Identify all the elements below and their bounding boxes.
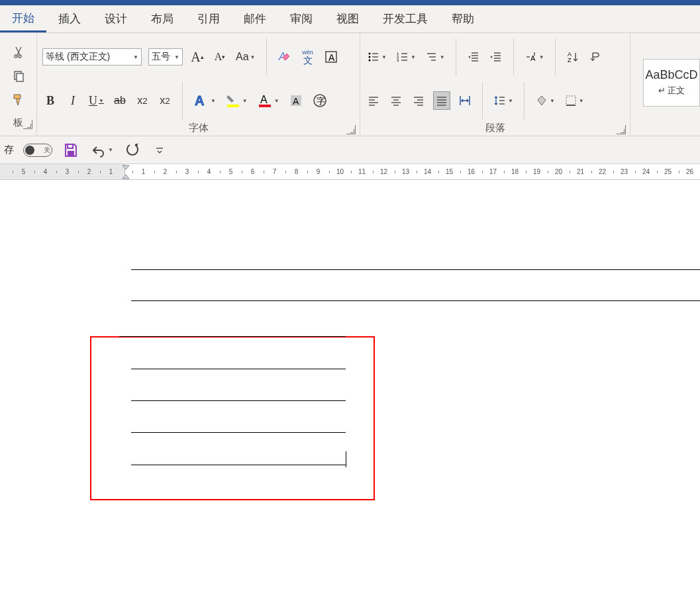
- font-dialog-launcher-icon[interactable]: [346, 125, 356, 134]
- show-marks-icon[interactable]: [587, 48, 603, 66]
- quick-access-bar: 存 关 ▼: [0, 136, 700, 164]
- increase-indent-icon[interactable]: [488, 48, 504, 66]
- separator: [524, 82, 525, 119]
- align-center-icon[interactable]: [388, 91, 404, 110]
- align-justify-icon[interactable]: [433, 91, 450, 110]
- svg-rect-8: [227, 105, 239, 107]
- enclose-char-icon[interactable]: 字: [311, 91, 328, 110]
- group-styles: AaBbCcD ↵ 正文: [630, 33, 700, 136]
- cut-icon[interactable]: [11, 43, 26, 62]
- underline-line: [131, 400, 346, 401]
- font-size-value: 五号: [152, 51, 170, 63]
- underline-icon[interactable]: U▼: [87, 91, 105, 110]
- format-painter-icon[interactable]: [10, 91, 27, 109]
- sort-icon[interactable]: AZ: [565, 48, 581, 66]
- tab-help[interactable]: 帮助: [440, 5, 486, 32]
- tab-home[interactable]: 开始: [0, 5, 46, 32]
- svg-rect-3: [17, 73, 23, 81]
- superscript-icon[interactable]: x2: [157, 91, 173, 110]
- redo-icon[interactable]: [124, 141, 142, 159]
- indent-marker-icon[interactable]: [122, 164, 130, 180]
- undo-icon[interactable]: ▼: [89, 141, 115, 159]
- document-page[interactable]: [0, 180, 700, 589]
- separator: [182, 82, 183, 119]
- bullets-icon[interactable]: ▼: [366, 48, 388, 66]
- qat-customize-icon[interactable]: [152, 141, 168, 159]
- tab-design[interactable]: 设计: [93, 5, 139, 32]
- tab-layout[interactable]: 布局: [139, 5, 185, 32]
- group-paragraph: ▼ 123▼ ▼ A▼ AZ ▼ ▼: [360, 33, 630, 136]
- copy-icon[interactable]: [11, 67, 26, 85]
- ruler-margin-left: 5 4 3 2 1: [0, 164, 125, 179]
- group-styles-label: [630, 126, 700, 133]
- svg-point-15: [369, 53, 371, 55]
- font-size-combo[interactable]: 五号 ▼: [148, 48, 183, 66]
- char-border-icon[interactable]: A: [323, 48, 340, 66]
- horizontal-ruler[interactable]: 5 4 3 2 1 1 2 3 4 5 6 7 8 9 10 11 12 13 …: [0, 164, 700, 180]
- asian-layout-icon[interactable]: A▼: [523, 48, 546, 66]
- svg-text:A: A: [293, 96, 299, 107]
- underline-line: [131, 465, 346, 465]
- decrease-indent-icon[interactable]: [466, 48, 481, 66]
- italic-icon[interactable]: I: [65, 91, 81, 110]
- tab-references[interactable]: 引用: [185, 5, 232, 32]
- svg-text:字: 字: [317, 96, 325, 106]
- clear-format-icon[interactable]: A: [276, 48, 293, 66]
- ribbon-tabs: 开始 插入 设计 布局 引用 邮件 审阅 视图 开发工具 帮助: [0, 5, 700, 33]
- numbering-icon[interactable]: 123▼: [395, 48, 417, 66]
- underline-line: [131, 432, 346, 433]
- clipboard-dialog-launcher-icon[interactable]: [23, 120, 32, 129]
- subscript-icon[interactable]: x2: [134, 91, 150, 110]
- strikethrough-icon[interactable]: ab: [112, 91, 128, 110]
- separator: [513, 38, 514, 75]
- svg-rect-25: [68, 144, 73, 148]
- tab-view[interactable]: 视图: [325, 5, 371, 32]
- text-effects-icon[interactable]: A▼: [192, 91, 217, 110]
- shading-icon[interactable]: ▼: [534, 91, 556, 110]
- char-shading-icon[interactable]: A: [287, 91, 305, 110]
- paragraph-dialog-launcher-icon[interactable]: [617, 125, 626, 134]
- svg-point-16: [369, 56, 371, 58]
- svg-point-0: [15, 55, 17, 58]
- ribbon: 板 等线 (西文正文) ▼ 五号 ▼ A▴ A▾ Aa▼ A: [0, 33, 700, 136]
- grow-font-icon[interactable]: A▴: [189, 48, 205, 66]
- toggle-label: 关: [44, 146, 50, 155]
- separator: [266, 38, 267, 75]
- multilevel-list-icon[interactable]: ▼: [424, 48, 446, 66]
- style-preview: AaBbCcD: [645, 68, 697, 82]
- highlight-icon[interactable]: ▼: [224, 91, 249, 110]
- tab-insert[interactable]: 插入: [46, 5, 93, 32]
- autosave-toggle[interactable]: 关: [23, 144, 52, 157]
- style-normal[interactable]: AaBbCcD ↵ 正文: [643, 59, 700, 107]
- bold-icon[interactable]: B: [42, 91, 58, 110]
- save-icon[interactable]: [62, 141, 80, 159]
- group-paragraph-label: 段落: [360, 119, 630, 138]
- underline-line: [119, 336, 346, 337]
- tab-developer[interactable]: 开发工具: [371, 5, 440, 32]
- align-left-icon[interactable]: [366, 91, 381, 110]
- tab-review[interactable]: 审阅: [278, 5, 325, 32]
- group-clipboard-label: 板: [0, 114, 36, 133]
- tab-mailings[interactable]: 邮件: [232, 5, 278, 32]
- svg-text:Z: Z: [568, 57, 572, 64]
- svg-point-1: [19, 55, 21, 58]
- phonetic-guide-icon[interactable]: wén 文: [300, 48, 316, 66]
- borders-icon[interactable]: ▼: [563, 91, 585, 110]
- align-right-icon[interactable]: [411, 91, 426, 110]
- svg-rect-24: [566, 96, 575, 105]
- svg-text:A: A: [260, 94, 268, 105]
- group-font-label: 字体: [37, 119, 360, 138]
- text-cursor: [346, 451, 346, 467]
- line-spacing-icon[interactable]: ▼: [492, 91, 515, 110]
- title-bar: [0, 0, 700, 5]
- group-font: 等线 (西文正文) ▼ 五号 ▼ A▴ A▾ Aa▼ A wén 文: [37, 33, 360, 136]
- shrink-font-icon[interactable]: A▾: [212, 48, 228, 66]
- distribute-icon[interactable]: [457, 91, 473, 110]
- underline-line: [131, 369, 346, 369]
- font-color-icon[interactable]: A▼: [256, 91, 281, 110]
- annotation-rectangle: [90, 336, 375, 500]
- style-name: ↵ 正文: [658, 85, 685, 97]
- font-name-combo[interactable]: 等线 (西文正文) ▼: [42, 48, 142, 66]
- change-case-icon[interactable]: Aa▼: [234, 48, 257, 66]
- svg-text:3: 3: [397, 58, 399, 62]
